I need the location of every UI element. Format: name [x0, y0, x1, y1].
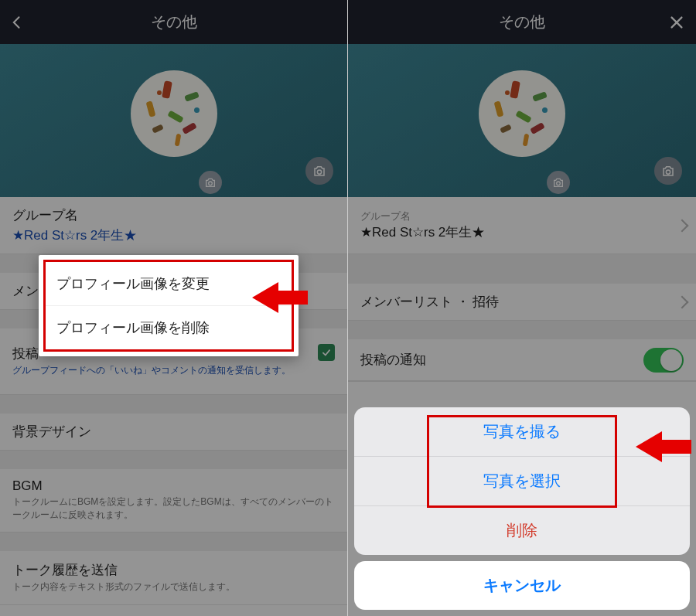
back-button[interactable] — [9, 15, 25, 30]
close-button[interactable] — [668, 14, 685, 31]
svg-point-4 — [557, 182, 561, 185]
cover-area — [348, 44, 696, 197]
group-name-value: ★Red St☆rs 2年生★ — [12, 226, 335, 244]
group-avatar[interactable] — [479, 70, 565, 157]
camera-cover-icon[interactable] — [305, 157, 333, 185]
encryption-key-row[interactable]: 暗号化キー — [0, 605, 347, 616]
screen-android: その他 グループ名 ★Red St☆rs 2年生★ メン 投稿 グループフィード… — [0, 0, 348, 616]
bgm-label: BGM — [12, 478, 335, 494]
background-design-row[interactable]: 背景デザイン — [0, 414, 347, 451]
send-history-row[interactable]: トーク履歴を送信 トーク内容をテキスト形式のファイルで送信します。 — [0, 551, 347, 605]
svg-point-1 — [317, 170, 321, 174]
member-list-row[interactable]: メンバーリスト ・ 招待 — [348, 284, 696, 321]
check-icon[interactable] — [318, 344, 335, 361]
sheet-pick-photo[interactable]: 写真を選択 — [354, 456, 690, 505]
post-notify-toggle[interactable] — [643, 348, 684, 373]
camera-avatar-icon[interactable] — [199, 171, 222, 194]
bgm-row[interactable]: BGM トークルームにBGMを設定します。設定したBGMは、すべてのメンバーのト… — [0, 469, 347, 533]
post-notify-sub: グループフィードへの「いいね」やコメントの通知を受信します。 — [12, 364, 335, 377]
camera-cover-icon[interactable] — [654, 157, 682, 185]
header-bar: その他 — [348, 0, 696, 44]
group-name-value: ★Red St☆rs 2年生★ — [360, 223, 684, 241]
annotation-arrow — [252, 282, 308, 313]
sheet-cancel[interactable]: キャンセル — [354, 561, 690, 610]
group-name-field-label: グループ名 — [12, 206, 335, 224]
svg-point-5 — [666, 170, 670, 174]
member-list-label: メンバーリスト ・ 招待 — [360, 293, 684, 311]
header-bar: その他 — [0, 0, 347, 44]
cover-area — [0, 44, 347, 197]
group-name-row[interactable]: グループ名 ★Red St☆rs 2年生★ — [348, 197, 696, 254]
group-name-field-label: グループ名 — [360, 209, 684, 223]
screen-ios: その他 グループ名 ★Red St☆rs 2年生★ メンバーリスト ・ 招待 — [348, 0, 696, 616]
send-history-label: トーク履歴を送信 — [12, 561, 335, 579]
svg-point-0 — [208, 182, 212, 185]
bgm-sub: トークルームにBGMを設定します。設定したBGMは、すべてのメンバーのトークルー… — [12, 495, 335, 522]
header-title: その他 — [499, 12, 545, 32]
send-history-sub: トーク内容をテキスト形式のファイルで送信します。 — [12, 580, 335, 594]
header-title: その他 — [151, 12, 197, 32]
sheet-delete[interactable]: 削除 — [354, 505, 690, 555]
annotation-arrow — [636, 431, 691, 462]
camera-avatar-icon[interactable] — [547, 171, 570, 194]
post-notify-label: 投稿の通知 — [360, 351, 684, 369]
background-design-label: 背景デザイン — [12, 423, 335, 441]
group-name-row[interactable]: グループ名 ★Red St☆rs 2年生★ — [0, 197, 347, 254]
group-avatar[interactable] — [131, 70, 217, 157]
post-notify-row[interactable]: 投稿の通知 — [348, 339, 696, 381]
action-sheet-group: 写真を撮る 写真を選択 削除 — [354, 407, 690, 555]
